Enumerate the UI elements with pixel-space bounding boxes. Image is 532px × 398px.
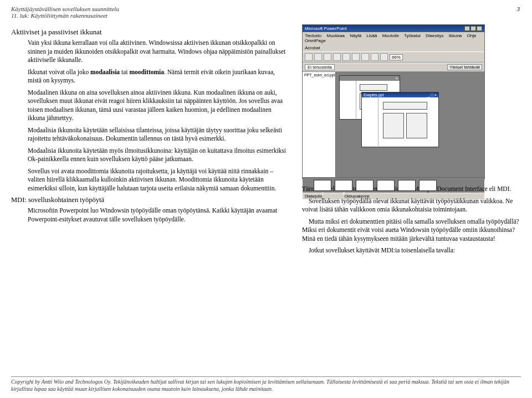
menu-muokkaa[interactable]: Muokkaa xyxy=(327,33,345,38)
menu-ikkuna[interactable]: Ikkuna xyxy=(449,33,462,38)
app-titlebar: Microsoft PowerPoint xyxy=(303,25,484,32)
format-toolbar: Ei tehosteita Yleiset tehtävät xyxy=(303,63,484,72)
menu-nayta[interactable]: Näytä xyxy=(350,33,361,38)
menu-omnipage[interactable]: OmniPage xyxy=(305,38,326,43)
para-2: Ikkunat voivat olla joko modaalisia tai … xyxy=(28,68,290,85)
menu-muotoile[interactable]: Muotoile xyxy=(382,33,399,38)
slide-thumb-2[interactable]: 2 xyxy=(335,180,352,191)
para-3: Modaalinen ikkuna on aina sovelluksen ai… xyxy=(28,89,290,123)
tool-open-icon[interactable] xyxy=(314,53,322,61)
outline-doc-name[interactable]: PPT_esim_ed.ppt xyxy=(303,72,335,177)
para-1: Vain yksi ikkuna kerrallaan voi olla akt… xyxy=(28,39,290,65)
slide-thumb-6[interactable] xyxy=(419,180,437,191)
right-column: Microsoft PowerPoint Tiedosto Muokkaa Nä… xyxy=(302,24,521,259)
menu-tiedosto[interactable]: Tiedosto xyxy=(305,33,321,38)
footer-copyright: Copyright by Antti Wiio and Technologos … xyxy=(11,376,521,392)
left-column: Aktiiviset ja passiiviset ikkunat Vain y… xyxy=(11,24,290,259)
subsection-heading: MDI: sovelluskohtainen työpöytä xyxy=(11,196,290,204)
zoom-field[interactable]: 66% xyxy=(390,54,403,60)
para-mdi: Microsoftin Powerpoint luo Windowsin työ… xyxy=(28,206,290,224)
term-moodittomia: moodittomia xyxy=(129,69,164,75)
tool-cut-icon[interactable] xyxy=(342,53,350,61)
page-number: 3 xyxy=(517,6,520,12)
tool-undo-icon[interactable] xyxy=(371,53,378,61)
para-4: Modaalisia ikkunoita käytetään sellaisis… xyxy=(28,126,290,143)
content-columns: Aktiiviset ja passiiviset ikkunat Vain y… xyxy=(11,24,521,259)
outline-pane: PPT_esim_ed.ppt xyxy=(303,72,336,177)
tool-paste-icon[interactable] xyxy=(361,53,369,61)
tasks-button[interactable]: Yleiset tehtävät xyxy=(447,64,482,70)
tool-new-icon[interactable] xyxy=(305,53,313,61)
header-chapter: 11. luk: Käyttöliittymän rakennusaineet xyxy=(11,12,521,19)
para-r2: Sovelluksen työpöydällä olevat ikkunat k… xyxy=(302,197,521,214)
tool-copy-icon[interactable] xyxy=(352,53,360,61)
slide-thumb-3[interactable] xyxy=(356,180,374,191)
header-course-title: Käyttäjäystävällisen sovelluksen suunnit… xyxy=(11,6,521,12)
close-icon[interactable] xyxy=(477,26,482,31)
tool-save-icon[interactable] xyxy=(324,53,331,61)
para-r4: Jotkut sovellukset käyttävät MDI:ia tois… xyxy=(302,246,521,255)
term-modaalisia: modaalisia xyxy=(90,69,120,75)
menu-lisaa[interactable]: Lisää xyxy=(366,33,377,38)
app-title: Microsoft PowerPoint xyxy=(305,26,347,31)
minimize-icon[interactable] xyxy=(464,26,470,31)
window-buttons xyxy=(464,26,482,31)
mdi-area: × Exaples.ppt_ □ × xyxy=(336,72,484,177)
slide-thumb-1[interactable]: 1 xyxy=(314,180,331,191)
toolbar: 66% xyxy=(303,51,484,63)
menu-ohje[interactable]: Ohje xyxy=(467,33,477,38)
screenshot-powerpoint: Microsoft PowerPoint Tiedosto Muokkaa Nä… xyxy=(302,24,485,179)
mdi-desktop: PPT_esim_ed.ppt × xyxy=(303,72,484,177)
para-r3: Mutta miksi eri dokumenttien pitäisi oll… xyxy=(302,218,521,244)
slide-thumb-5[interactable] xyxy=(398,180,416,191)
effect-dropdown[interactable]: Ei tehosteita xyxy=(305,64,335,70)
mdi-window-active[interactable]: Exaples.ppt_ □ × xyxy=(361,92,439,147)
mdi-inactive-title: × xyxy=(340,76,400,81)
tool-redo-icon[interactable] xyxy=(380,53,388,61)
maximize-icon[interactable] xyxy=(470,26,476,31)
tool-print-icon[interactable] xyxy=(333,53,341,61)
menu-diaesitys[interactable]: Diaesitys xyxy=(426,33,443,38)
para-6: Sovellus voi avata moodittomia ikkunoita… xyxy=(28,167,290,193)
slide-thumb-4[interactable] xyxy=(377,180,395,191)
menubar: Tiedosto Muokkaa Näytä Lisää Muotoile Ty… xyxy=(303,32,484,44)
para-2a: Ikkunat voivat olla joko xyxy=(28,69,90,75)
thumb-label-1: 1 xyxy=(321,192,324,195)
section-heading: Aktiiviset ja passiiviset ikkunat xyxy=(11,28,290,37)
thumb-label-2: 2 xyxy=(342,192,345,195)
acrobat-row: Acrobat xyxy=(303,44,484,51)
mdi-active-title: Exaples.ppt_ □ × xyxy=(362,92,438,97)
acrobat-label[interactable]: Acrobat xyxy=(305,45,320,50)
para-5: Modaalisia ikkunoita käytetään myös ilmo… xyxy=(28,147,290,164)
para-2b: tai xyxy=(120,69,129,75)
menu-tyokalut[interactable]: Työkalut xyxy=(404,33,421,38)
